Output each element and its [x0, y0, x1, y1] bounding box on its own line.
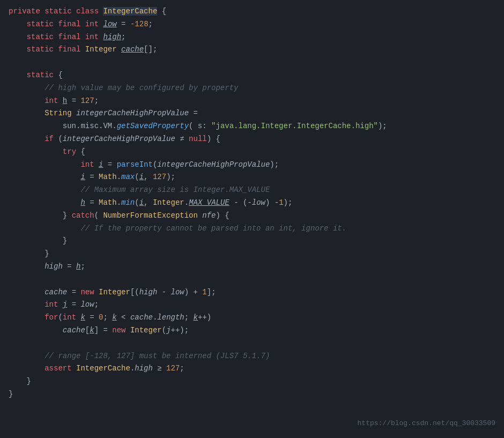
- code-line-1: private static class IntegerCache {: [0, 5, 504, 18]
- code-line-17: } catch( NumberFormatException nfe) {: [0, 210, 504, 222]
- code-line-28: // range [-128, 127] must be interned (J…: [0, 350, 504, 363]
- code-line-3: static final int high;: [0, 31, 504, 44]
- code-line-8: int h = 127;: [0, 95, 504, 108]
- code-line-29: assert IntegerCache.high ≥ 127;: [0, 362, 504, 375]
- code-line-23: cache = new Integer[(high - low) + 1];: [0, 286, 504, 299]
- code-line-16: h = Math.min(i, Integer.MAX_VALUE - (-lo…: [0, 197, 504, 210]
- code-line-10: sun.misc.VM.getSavedProperty( s: "java.l…: [0, 120, 504, 133]
- code-line-14: i = Math.max(i, 127);: [0, 171, 504, 184]
- code-line-21: high = h;: [0, 261, 504, 273]
- code-line-15: // Maximum array size is Integer.MAX_VAL…: [0, 184, 504, 197]
- code-line-24: int j = low;: [0, 299, 504, 311]
- code-line-6: static {: [0, 69, 504, 82]
- code-line-11: if (integerCacheHighPropValue ≠ null) {: [0, 133, 504, 146]
- code-line-30: }: [0, 375, 504, 388]
- code-line-5: [0, 56, 504, 69]
- code-line-27: [0, 337, 504, 350]
- code-line-13: int i = parseInt(integerCacheHighPropVal…: [0, 159, 504, 172]
- watermark: https://blog.csdn.net/qq_30033509: [358, 418, 495, 429]
- code-line-7: // high value may be configured by prope…: [0, 82, 504, 95]
- code-line-26: cache[k] = new Integer(j++);: [0, 324, 504, 337]
- code-line-4: static final Integer cache[];: [0, 43, 504, 56]
- code-viewer: private static class IntegerCache { stat…: [0, 0, 504, 438]
- code-line-31: }: [0, 388, 504, 401]
- code-line-18: // If the property cannot be parsed into…: [0, 222, 504, 235]
- code-line-22: [0, 273, 504, 286]
- code-line-12: try {: [0, 146, 504, 159]
- code-line-2: static final int low = -128;: [0, 18, 504, 31]
- code-line-25: for(int k = 0; k < cache.length; k++): [0, 311, 504, 324]
- code-line-19: }: [0, 235, 504, 248]
- code-line-9: String integerCacheHighPropValue =: [0, 107, 504, 120]
- code-line-20: }: [0, 248, 504, 261]
